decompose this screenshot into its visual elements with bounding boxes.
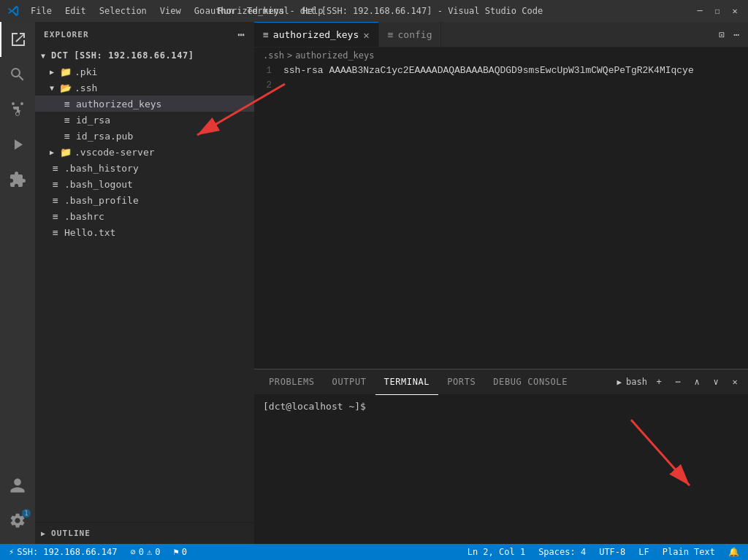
file-icon: ≡ — [50, 194, 61, 206]
tree-root[interactable]: ▼ DCT [SSH: 192.168.66.147] — [35, 47, 254, 64]
remote-status-icon: ⚑ — [173, 547, 178, 557]
eol-label: LF — [638, 547, 649, 557]
tree-item-ssh[interactable]: ▼ 📂 .ssh — [35, 80, 254, 96]
tab-file-icon: ≡ — [263, 29, 269, 40]
ssh-chevron-icon: ▼ — [50, 84, 58, 92]
folder-icon: 📁 — [60, 66, 72, 77]
editor-line-2: 2 — [254, 78, 748, 93]
outline-chevron-icon: ▶ — [41, 529, 50, 537]
panel-tab-output[interactable]: OUTPUT — [324, 369, 375, 395]
split-editor-icon[interactable]: ⊡ — [716, 28, 728, 42]
close-button[interactable]: ✕ — [729, 5, 741, 17]
tab-close-button[interactable]: ✕ — [363, 29, 369, 41]
tree-item-id-rsa-pub[interactable]: ≡ id_rsa.pub — [35, 128, 254, 144]
folder-icon: 📁 — [60, 146, 72, 158]
activity-run-debug[interactable] — [0, 127, 35, 162]
pki-chevron-icon: ▶ — [50, 68, 58, 76]
tab-label: authorized_keys — [273, 29, 359, 40]
status-bar: ⚡ SSH: 192.168.66.147 ⊘ 0 ⚠ 0 ⚑ 0 Ln 2, … — [0, 544, 748, 560]
warning-icon: ⚠ — [147, 547, 152, 557]
status-notification[interactable]: 🔔 — [725, 544, 742, 560]
ssh-label: .ssh — [75, 83, 97, 93]
status-remote[interactable]: ⚑ 0 — [170, 544, 189, 560]
activity-explorer[interactable] — [0, 22, 35, 57]
status-encoding[interactable]: UTF-8 — [596, 544, 628, 560]
status-spaces[interactable]: Spaces: 4 — [535, 544, 589, 560]
tree-item-hello-txt[interactable]: ≡ Hello.txt — [35, 224, 254, 240]
tab-config-label: config — [398, 29, 432, 40]
activity-search[interactable] — [0, 57, 35, 92]
breadcrumb-sep1: > — [287, 50, 292, 61]
file-icon: ≡ — [61, 98, 73, 110]
status-ssh[interactable]: ⚡ SSH: 192.168.66.147 — [6, 544, 121, 560]
tree-item-authorized-keys[interactable]: ≡ authorized_keys — [35, 96, 254, 112]
bashrc-label: .bashrc — [64, 211, 104, 222]
file-icon: ≡ — [50, 226, 61, 238]
settings-badge: 1 — [22, 509, 31, 518]
tree-item-bashrc[interactable]: ≡ .bashrc — [35, 208, 254, 224]
terminal-maximize-button[interactable]: ∧ — [690, 375, 704, 389]
panel-tab-terminal[interactable]: TERMINAL — [375, 369, 439, 395]
menu-view[interactable]: View — [154, 4, 187, 18]
remote-count: 0 — [182, 547, 187, 557]
editor-area: ≡ authorized_keys ✕ ≡ config ⊡ ⋯ .ssh > … — [254, 22, 748, 544]
pki-label: .pki — [75, 66, 97, 77]
vscode-server-chevron-icon: ▶ — [50, 148, 58, 156]
panel-tab-problems[interactable]: PROBLEMS — [260, 369, 324, 395]
title-bar: File Edit Selection View Go Run Terminal… — [0, 0, 748, 22]
tab-file-icon2: ≡ — [388, 29, 394, 40]
folder-open-icon: 📂 — [60, 82, 72, 93]
maximize-button[interactable]: ☐ — [711, 5, 723, 17]
line-content-1: ssh-rsa AAAAB3NzaC1yc2EAAAADAQABAAABAQDG… — [283, 64, 694, 78]
panel-tab-ports[interactable]: PORTS — [438, 369, 484, 395]
sidebar: Explorer ⋯ ▼ DCT [SSH: 192.168.66.147] ▶… — [35, 22, 254, 544]
tab-more-icon[interactable]: ⋯ — [730, 28, 742, 42]
window-controls: ─ ☐ ✕ — [694, 5, 741, 17]
tree-item-id-rsa[interactable]: ≡ id_rsa — [35, 112, 254, 128]
status-eol[interactable]: LF — [636, 544, 652, 560]
activity-source-control[interactable] — [0, 92, 35, 127]
sidebar-content: ▼ DCT [SSH: 192.168.66.147] ▶ 📁 .pki ▼ 📂… — [35, 47, 254, 522]
tree-item-vscode-server[interactable]: ▶ 📁 .vscode-server — [35, 144, 254, 160]
status-right: Ln 2, Col 1 Spaces: 4 UTF-8 LF Plain Tex… — [465, 544, 742, 560]
line-number-1: 1 — [254, 64, 283, 78]
outline-label: OUTLINE — [51, 529, 91, 538]
editor-content[interactable]: 1 ssh-rsa AAAAB3NzaC1yc2EAAAADAQABAAABAQ… — [254, 64, 748, 369]
activity-accounts[interactable] — [0, 468, 35, 503]
status-line-col[interactable]: Ln 2, Col 1 — [465, 544, 528, 560]
editor-line-1: 1 ssh-rsa AAAAB3NzaC1yc2EAAAADAQABAAABAQ… — [254, 64, 748, 78]
breadcrumb-ssh[interactable]: .ssh — [263, 50, 284, 61]
file-icon: ≡ — [50, 210, 61, 222]
outline-section[interactable]: ▶ OUTLINE — [35, 522, 254, 544]
breadcrumb-file[interactable]: authorized_keys — [295, 50, 374, 61]
menu-file[interactable]: File — [25, 4, 58, 18]
tree-item-bash-history[interactable]: ≡ .bash_history — [35, 160, 254, 176]
terminal-content[interactable]: [dct@localhost ~]$ — [254, 395, 748, 544]
minimize-button[interactable]: ─ — [694, 5, 706, 17]
vscode-server-label: .vscode-server — [75, 147, 155, 158]
tab-authorized-keys[interactable]: ≡ authorized_keys ✕ — [254, 22, 379, 47]
vscode-logo-icon — [7, 5, 19, 17]
file-icon: ≡ — [61, 114, 73, 126]
tree-item-bash-logout[interactable]: ≡ .bash_logout — [35, 176, 254, 192]
terminal-prompt: [dct@localhost ~]$ — [263, 401, 366, 412]
activity-settings[interactable]: 1 — [0, 503, 35, 538]
panel-tab-debug-console[interactable]: DEBUG CONSOLE — [484, 369, 576, 395]
explorer-title: Explorer — [44, 30, 89, 39]
terminal-add-button[interactable]: + — [652, 375, 666, 389]
tree-item-bash-profile[interactable]: ≡ .bash_profile — [35, 192, 254, 208]
sidebar-more-icon[interactable]: ⋯ — [237, 28, 245, 42]
status-language[interactable]: Plain Text — [660, 544, 718, 560]
status-errors[interactable]: ⊘ 0 ⚠ 0 — [128, 544, 164, 560]
notification-icon: 🔔 — [728, 547, 739, 557]
activity-extensions[interactable] — [0, 162, 35, 197]
terminal-close-button[interactable]: ✕ — [728, 375, 742, 389]
terminal-minimize-button[interactable]: ∨ — [709, 375, 723, 389]
activity-bar: 1 — [0, 22, 35, 544]
terminal-split-button[interactable]: ⋯ — [671, 375, 685, 389]
menu-edit[interactable]: Edit — [59, 4, 92, 18]
tab-config[interactable]: ≡ config — [379, 22, 442, 47]
menu-selection[interactable]: Selection — [94, 4, 153, 18]
tree-item-pki[interactable]: ▶ 📁 .pki — [35, 64, 254, 80]
bash-profile-label: .bash_profile — [64, 195, 139, 206]
